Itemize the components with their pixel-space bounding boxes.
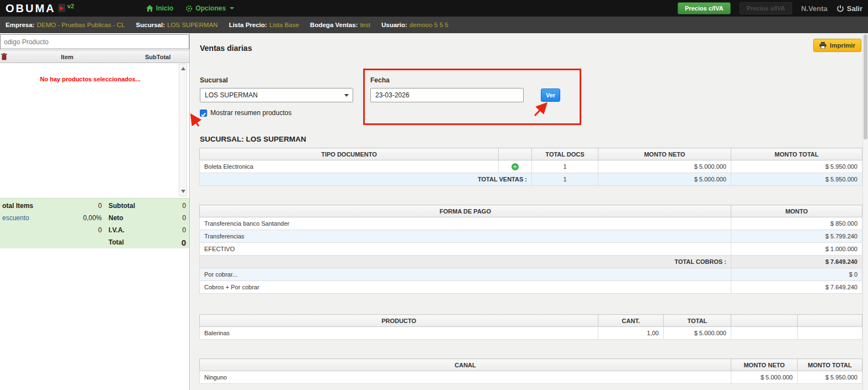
cell-forma: Transferencias: [200, 230, 731, 243]
neto-value: 0: [163, 214, 186, 222]
descuento-value: 0: [55, 226, 102, 234]
empty-cart-message: No hay productos seleccionados...: [0, 76, 180, 82]
imprimir-button[interactable]: Imprimir: [813, 39, 861, 52]
page-scrollbar-thumb[interactable]: [864, 34, 867, 139]
cell-docs: 1: [532, 160, 598, 173]
subtotal-label: Subtotal: [102, 202, 163, 210]
total-cobros-label: TOTAL COBROS :: [200, 256, 731, 268]
cell-neto: $ 5.000.000: [731, 371, 798, 384]
caret-down-icon: [230, 7, 234, 9]
total-cobros-monto: $ 7.649.240: [731, 256, 862, 268]
cell-canal: Ninguno: [200, 371, 731, 384]
app-logo: OBUMA v2: [6, 2, 74, 14]
total-ventas-docs: 1: [532, 173, 598, 186]
home-icon: [146, 5, 153, 12]
col-monto: MONTO: [731, 205, 862, 217]
table-row: Transferencias $ 5.799.240: [200, 230, 862, 243]
col-subtotal-header: SubTotal: [145, 54, 170, 60]
page-scrollbar[interactable]: [862, 33, 868, 390]
total-cobros-row: TOTAL COBROS : $ 7.649.240: [200, 256, 862, 268]
table-row: Balerinas 1,00 $ 5.000.000: [200, 327, 862, 340]
table-row: Por cobrar... $ 0: [200, 268, 862, 281]
cell-total: $ 5.950.000: [798, 371, 862, 384]
cell-actions: [499, 160, 532, 173]
sucursal-select[interactable]: LOS SUPERMAN: [200, 88, 353, 102]
cell-total: $ 5.950.000: [731, 160, 862, 173]
n-venta-label[interactable]: N.Venta: [801, 4, 828, 13]
info-usuario: Usuario:demooo 5 5 5: [381, 22, 448, 28]
table-header-row: TIPO DOCUMENTO TOTAL DOCS MONTO NETO MON…: [200, 148, 862, 160]
mostrar-resumen-checkbox[interactable]: [200, 110, 207, 117]
table-row: Transferencia banco Santander $ 850.000: [200, 217, 862, 230]
precios-con-iva-button[interactable]: Precios c/IVA: [678, 2, 731, 14]
col-canal: CANAL: [200, 359, 731, 371]
salir-button[interactable]: Salir: [836, 4, 862, 13]
canal-table: CANAL MONTO NETO MONTO TOTAL Ninguno $ 5…: [199, 358, 862, 384]
plus-circle-icon[interactable]: [512, 163, 519, 170]
cell-monto: $ 7.649.240: [731, 281, 862, 294]
cell-empty: [798, 327, 862, 340]
info-value: demooo 5 5 5: [410, 22, 448, 28]
col-monto-neto: MONTO NETO: [731, 359, 798, 371]
table-row: EFECTIVO $ 1.000.000: [200, 243, 862, 256]
info-label: Sucursal:: [136, 22, 165, 28]
info-label: Lista Precio:: [229, 22, 267, 28]
table-row: Boleta Electronica 1 $ 5.000.000 $ 5.950…: [200, 160, 862, 173]
cell-forma: Cobros + Por cobrar: [200, 281, 731, 294]
total-items-label: otal Items: [2, 202, 55, 210]
gear-icon: [185, 5, 193, 12]
cell-monto: $ 0: [731, 268, 862, 281]
col-monto-total: MONTO TOTAL: [798, 359, 862, 371]
info-label: Empresa:: [6, 22, 34, 28]
fecha-input[interactable]: [370, 88, 524, 102]
cart-summary: otal Items 0 Subtotal 0 escuento 0,00% N…: [0, 198, 189, 248]
imprimir-label: Imprimir: [830, 42, 855, 49]
precios-sin-iva-button[interactable]: Precios s/IVA: [740, 2, 793, 14]
total-label: Total: [102, 238, 163, 246]
cell-producto: Balerinas: [200, 327, 598, 340]
cell-empty: [731, 327, 798, 340]
total-ventas-label: TOTAL VENTAS :: [200, 173, 532, 186]
main-content: Ventas diarias Imprimir Sucursal LOS SUP…: [190, 33, 868, 390]
menu-item-opciones[interactable]: Opciones: [185, 4, 234, 12]
ver-button[interactable]: Ver: [541, 89, 560, 102]
cart-scrollbar[interactable]: [179, 64, 187, 196]
col-empty-2: [798, 315, 862, 327]
total-items-value: 0: [55, 202, 102, 210]
cell-monto: $ 850.000: [731, 217, 862, 230]
checkbox-check-icon: [200, 112, 206, 118]
table-row: Ninguno $ 5.000.000 $ 5.950.000: [200, 371, 862, 384]
cart-panel: Item SubTotal No hay productos seleccion…: [0, 33, 190, 390]
table-header-row: PRODUCTO CANT. TOTAL: [200, 315, 862, 327]
sucursal-select-value: LOS SUPERMAN: [205, 91, 257, 99]
chevron-down-icon: [344, 94, 349, 97]
col-item-header: Item: [61, 54, 74, 60]
section-title: SUCURSAL: LOS SUPERMAN: [200, 135, 306, 143]
productos-table: PRODUCTO CANT. TOTAL Balerinas 1,00 $ 5.…: [199, 314, 862, 340]
menu-item-label: Opciones: [195, 4, 226, 12]
iva-value: 0: [163, 226, 186, 234]
scroll-up-icon[interactable]: [179, 65, 187, 72]
descuento-pct: 0,00%: [55, 214, 102, 222]
col-actions: [499, 148, 532, 160]
sucursal-label: Sucursal: [200, 76, 228, 84]
logo-badge-icon: [58, 4, 65, 12]
total-ventas-row: TOTAL VENTAS : 1 $ 5.000.000 $ 5.950.000: [200, 173, 862, 186]
info-label: Usuario:: [381, 22, 407, 28]
neto-label: Neto: [102, 214, 163, 222]
menu-item-inicio[interactable]: Inicio: [146, 4, 173, 12]
top-navbar: OBUMA v2 Inicio Opciones Precios c/IVA P…: [0, 0, 868, 17]
logo-version: v2: [68, 3, 74, 9]
cell-forma: Por cobrar...: [200, 268, 731, 281]
codigo-producto-input[interactable]: [0, 34, 189, 49]
col-tipo-documento: TIPO DOCUMENTO: [200, 148, 499, 160]
info-value: DEMO - Pruebas Publicas - CL: [37, 22, 125, 28]
col-forma-pago: FORMA DE PAGO: [200, 205, 731, 217]
table-header-row: CANAL MONTO NETO MONTO TOTAL: [200, 359, 862, 371]
cell-neto: $ 5.000.000: [598, 160, 731, 173]
scroll-down-icon[interactable]: [179, 188, 187, 195]
col-empty-1: [731, 315, 798, 327]
info-sucursal: Sucursal:LOS SUPERMAN: [136, 22, 218, 28]
col-monto-total: MONTO TOTAL: [731, 148, 862, 160]
descuento-link[interactable]: escuento: [2, 214, 55, 222]
